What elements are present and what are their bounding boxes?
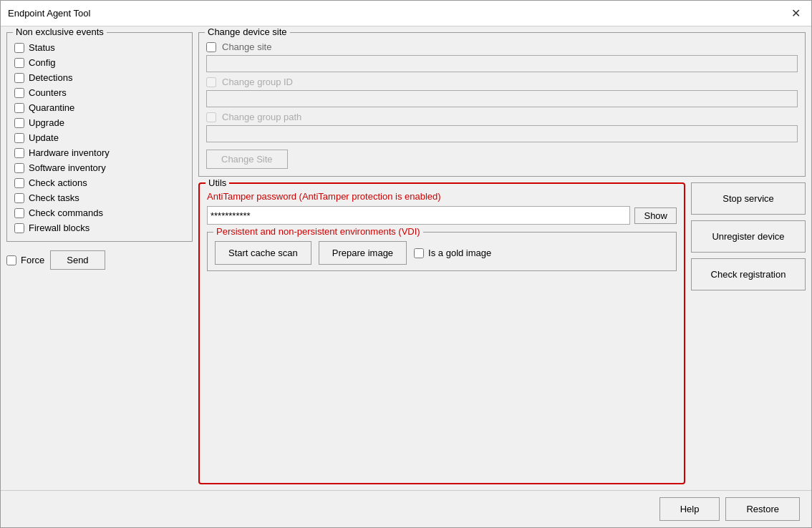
window-title: Endpoint Agent Tool — [8, 8, 90, 19]
checkbox-counters-input[interactable] — [14, 88, 24, 98]
vdi-buttons: Start cache scan Prepare image Is a gold… — [215, 241, 669, 265]
checkbox-firewall-blocks-input[interactable] — [14, 223, 24, 233]
checkbox-check-commands-label: Check commands — [29, 207, 103, 218]
checkbox-check-actions-label: Check actions — [29, 177, 87, 188]
checkbox-upgrade-label: Upgrade — [29, 117, 64, 128]
checkbox-status-label: Status — [29, 42, 55, 53]
checkbox-check-actions-input[interactable] — [14, 178, 24, 188]
checkbox-check-tasks-label: Check tasks — [29, 192, 79, 203]
change-group-path-checkbox[interactable] — [206, 112, 216, 122]
checkbox-detections-label: Detections — [29, 72, 72, 83]
antitamper-password-input[interactable] — [207, 206, 630, 225]
checkbox-quarantine-input[interactable] — [14, 103, 24, 113]
help-button[interactable]: Help — [659, 497, 720, 521]
prepare-image-button[interactable]: Prepare image — [319, 241, 407, 265]
checkbox-detections-input[interactable] — [14, 73, 24, 83]
checkbox-check-actions[interactable]: Check actions — [14, 175, 185, 190]
gold-image-check[interactable]: Is a gold image — [414, 248, 491, 258]
utils-group-title: Utils — [206, 177, 229, 188]
checkbox-counters-label: Counters — [29, 87, 67, 98]
change-group-id-checkbox[interactable] — [206, 77, 216, 87]
vdi-group: Persistent and non-persistent environmen… — [207, 232, 677, 271]
checkbox-config-input[interactable] — [14, 58, 24, 68]
change-site-group-title: Change device site — [205, 26, 290, 37]
check-registration-button[interactable]: Check registration — [691, 258, 806, 290]
checkbox-force[interactable]: Force — [6, 253, 44, 268]
checkbox-software-label: Software inventory — [29, 162, 106, 173]
checkbox-quarantine-label: Quarantine — [29, 102, 74, 113]
checkbox-update[interactable]: Update — [14, 130, 185, 145]
utils-group: Utils AntiTamper password (AntiTamper pr… — [198, 182, 685, 484]
checkbox-config[interactable]: Config — [14, 55, 185, 70]
checkbox-software-input[interactable] — [14, 163, 24, 173]
main-content: Non exclusive events Status Config Detec… — [1, 26, 811, 490]
change-site-checkbox[interactable] — [206, 42, 216, 52]
checkbox-firewall-blocks[interactable]: Firewall blocks — [14, 220, 185, 235]
checkbox-check-tasks-input[interactable] — [14, 193, 24, 203]
change-site-label: Change site — [222, 41, 271, 52]
title-bar: Endpoint Agent Tool ✕ — [1, 1, 811, 26]
change-group-path-row: Change group path — [206, 112, 798, 122]
send-button[interactable]: Send — [50, 250, 105, 270]
utils-area: Utils AntiTamper password (AntiTamper pr… — [198, 182, 806, 484]
password-row: Show — [207, 206, 677, 225]
bottom-left-area: Force Send — [6, 248, 193, 273]
checkbox-check-tasks[interactable]: Check tasks — [14, 190, 185, 205]
checkbox-force-label: Force — [21, 255, 44, 265]
change-group-path-input[interactable] — [206, 125, 798, 142]
checkbox-force-input[interactable] — [6, 255, 16, 265]
change-site-button[interactable]: Change Site — [206, 150, 288, 169]
vdi-group-title: Persistent and non-persistent environmen… — [213, 226, 423, 237]
checkbox-config-label: Config — [29, 57, 56, 68]
checkbox-firewall-blocks-label: Firewall blocks — [29, 223, 90, 233]
right-action-buttons: Stop service Unregister device Check reg… — [691, 182, 806, 484]
checkbox-check-commands-input[interactable] — [14, 208, 24, 218]
left-panel: Non exclusive events Status Config Detec… — [6, 32, 193, 484]
change-group-id-row: Change group ID — [206, 77, 798, 87]
restore-button[interactable]: Restore — [725, 497, 800, 521]
change-group-id-label: Change group ID — [222, 77, 293, 87]
unregister-device-button[interactable]: Unregister device — [691, 220, 806, 253]
non-exclusive-title: Non exclusive events — [13, 26, 107, 37]
stop-service-button[interactable]: Stop service — [691, 182, 806, 215]
checkbox-counters[interactable]: Counters — [14, 85, 185, 100]
main-window: Endpoint Agent Tool ✕ Non exclusive even… — [0, 0, 812, 528]
checkbox-status[interactable]: Status — [14, 40, 185, 55]
checkbox-update-input[interactable] — [14, 133, 24, 143]
change-device-site-group: Change device site Change site Change gr… — [198, 32, 806, 177]
checkbox-update-label: Update — [29, 132, 59, 143]
checkbox-check-commands[interactable]: Check commands — [14, 205, 185, 220]
checkbox-detections[interactable]: Detections — [14, 70, 185, 85]
checkbox-hardware-input[interactable] — [14, 148, 24, 158]
checkbox-software[interactable]: Software inventory — [14, 160, 185, 175]
show-password-button[interactable]: Show — [634, 207, 677, 224]
checkbox-quarantine[interactable]: Quarantine — [14, 100, 185, 115]
is-gold-image-checkbox[interactable] — [414, 248, 424, 258]
checkbox-upgrade-input[interactable] — [14, 118, 24, 128]
checkbox-hardware-label: Hardware inventory — [29, 147, 110, 158]
change-site-row: Change site — [206, 41, 798, 52]
checkbox-status-input[interactable] — [14, 43, 24, 53]
close-button[interactable]: ✕ — [787, 5, 804, 22]
checkbox-upgrade[interactable]: Upgrade — [14, 115, 185, 130]
change-site-input[interactable] — [206, 55, 798, 72]
gold-image-label: Is a gold image — [428, 248, 491, 258]
footer: Help Restore — [1, 490, 811, 527]
change-group-id-input[interactable] — [206, 90, 798, 107]
right-panel: Change device site Change site Change gr… — [198, 32, 806, 484]
non-exclusive-group: Non exclusive events Status Config Detec… — [6, 32, 193, 242]
change-group-path-label: Change group path — [222, 112, 301, 122]
antitamper-label: AntiTamper password (AntiTamper protecti… — [207, 191, 677, 202]
start-cache-scan-button[interactable]: Start cache scan — [215, 241, 311, 265]
checkbox-hardware[interactable]: Hardware inventory — [14, 145, 185, 160]
